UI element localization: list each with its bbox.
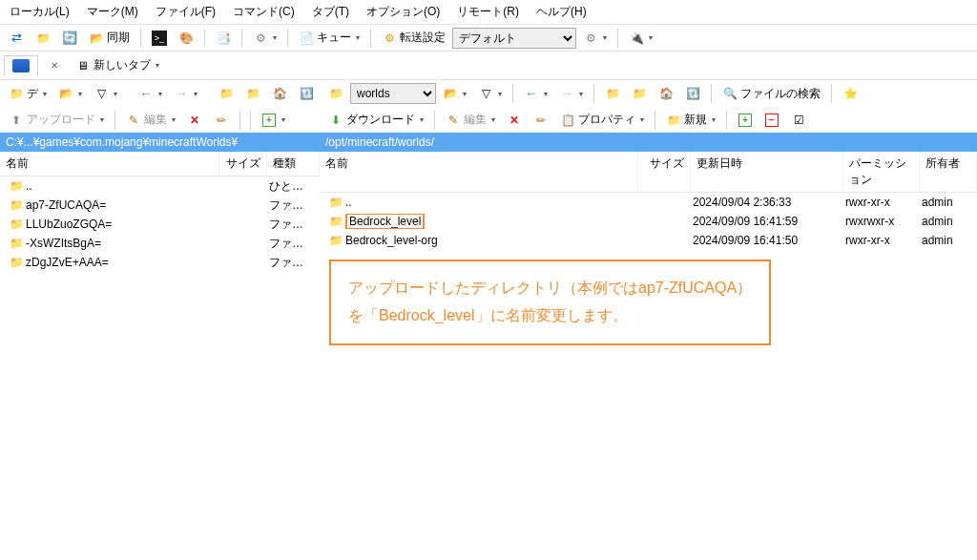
left-up[interactable]: [214, 83, 239, 104]
list-item[interactable]: LLUbZuoZGQA=ファイル: [0, 215, 320, 234]
session-tab-active[interactable]: [4, 55, 38, 76]
left-filter[interactable]: ▽: [89, 83, 122, 104]
left-plus-button[interactable]: [257, 110, 290, 131]
right-folder-btn[interactable]: [323, 83, 348, 104]
edit-icon: [126, 113, 141, 128]
right-filter[interactable]: ▽: [473, 83, 507, 104]
upload-button[interactable]: アップロード: [4, 109, 109, 131]
col-date[interactable]: 更新日時: [691, 152, 843, 192]
left-home[interactable]: [267, 83, 292, 104]
right-up[interactable]: [600, 83, 625, 104]
menu-options[interactable]: オプション(O): [361, 2, 446, 22]
home-icon: [658, 86, 674, 101]
right-bookmark[interactable]: ⭐: [838, 83, 863, 104]
right-open-folder[interactable]: [438, 83, 471, 104]
sync-browse-button[interactable]: [57, 28, 82, 49]
palette-button[interactable]: 🎨: [174, 28, 198, 49]
left-rename-button[interactable]: [209, 110, 234, 131]
menu-local[interactable]: ローカル(L): [4, 2, 75, 22]
list-item[interactable]: ..ひとつ上: [0, 176, 320, 196]
rename-input[interactable]: Bedrock_level: [345, 214, 425, 229]
sync-button[interactable]: 同期: [84, 27, 135, 49]
col-size[interactable]: サイズ: [638, 152, 691, 192]
transfer-preset-select[interactable]: デフォルト: [452, 28, 576, 49]
menu-help[interactable]: ヘルプ(H): [530, 2, 592, 22]
transfer-settings-label: 転送設定: [377, 27, 450, 49]
rename-icon: [214, 113, 229, 128]
col-perm[interactable]: パーミッション: [843, 152, 920, 192]
right-check-button[interactable]: [786, 110, 811, 131]
right-delete-button[interactable]: [502, 110, 527, 131]
right-find[interactable]: ファイルの検索: [717, 83, 825, 105]
console-button[interactable]: [147, 28, 172, 49]
left-delete-button[interactable]: [182, 110, 207, 131]
col-type[interactable]: 種類: [267, 152, 320, 176]
right-rename-button[interactable]: [529, 110, 553, 131]
right-filelist[interactable]: ..2024/09/04 2:36:33rwxr-xr-xadminBedroc…: [320, 193, 977, 560]
compare-button[interactable]: [4, 28, 29, 49]
settings-button[interactable]: [248, 28, 281, 49]
item-perm: rwxr-xr-x: [840, 234, 916, 247]
right-back[interactable]: [519, 83, 552, 104]
reconnect-button[interactable]: 🔌: [624, 28, 657, 49]
forward-icon: [559, 86, 574, 101]
queue-button[interactable]: キュー: [294, 27, 364, 49]
new-tab-button[interactable]: 🖥 新しいタブ: [71, 54, 164, 76]
openfolder-icon: [443, 86, 458, 101]
item-perm: rwxr-xr-x: [840, 196, 916, 209]
left-back[interactable]: [134, 83, 167, 104]
transfer-settings-button[interactable]: [578, 28, 612, 49]
menu-tab[interactable]: タブ(T): [306, 2, 355, 22]
delete-icon: [187, 113, 202, 128]
sessions-button[interactable]: 📑: [211, 28, 236, 49]
plus-icon: [261, 113, 277, 128]
left-refresh[interactable]: [294, 83, 319, 104]
right-root[interactable]: [627, 83, 652, 104]
menu-command[interactable]: コマンド(C): [227, 2, 301, 22]
item-type: ファイル: [263, 236, 316, 252]
right-path[interactable]: /opt/minecraft/worlds/: [320, 133, 977, 152]
download-button[interactable]: ダウンロード: [323, 109, 428, 131]
right-folder-select[interactable]: worlds: [350, 83, 436, 104]
left-fwd[interactable]: [169, 83, 202, 104]
explorer-button[interactable]: [31, 28, 55, 49]
callout-line1: アップロードしたディレクトリ（本例ではap7-ZfUCAQA）: [348, 275, 752, 302]
left-folder-dd[interactable]: デ: [4, 83, 52, 105]
left-path[interactable]: C:¥...¥games¥com.mojang¥minecraftWorlds¥: [0, 133, 320, 152]
list-item[interactable]: Bedrock_level-org2024/09/09 16:41:50rwxr…: [320, 231, 977, 250]
right-refresh[interactable]: [680, 83, 705, 104]
left-open-folder[interactable]: [53, 83, 87, 104]
left-edit-button[interactable]: 編集: [121, 109, 180, 131]
left-filelist[interactable]: ..ひとつ上ap7-ZfUCAQA=ファイルLLUbZuoZGQA=ファイル-X…: [0, 176, 320, 560]
right-header: 名前 サイズ 更新日時 パーミッション 所有者: [320, 152, 977, 193]
list-item[interactable]: -XsWZItsBgA=ファイル: [0, 234, 320, 253]
col-size[interactable]: サイズ: [219, 152, 267, 176]
transfer-text: 転送設定: [400, 30, 446, 46]
explorer-icon: [35, 31, 51, 46]
right-home[interactable]: [654, 83, 678, 104]
rename-icon: [533, 113, 549, 128]
close-icon: [47, 58, 62, 73]
menu-remote[interactable]: リモート(R): [451, 2, 525, 22]
new-button[interactable]: 新規: [661, 109, 720, 131]
list-item[interactable]: ap7-ZfUCAQA=ファイル: [0, 196, 320, 215]
properties-button[interactable]: プロパティ: [555, 109, 649, 131]
col-name[interactable]: 名前: [0, 152, 219, 176]
left-root[interactable]: [240, 83, 265, 104]
right-edit-button[interactable]: 編集: [441, 109, 500, 131]
list-item[interactable]: Bedrock_level2024/09/09 16:41:59rwxrwxr-…: [320, 212, 977, 231]
right-minus-button[interactable]: [759, 110, 784, 131]
right-plus-button[interactable]: [733, 110, 758, 131]
list-item[interactable]: ..2024/09/04 2:36:33rwxr-xr-xadmin: [320, 193, 977, 212]
menu-mark[interactable]: マーク(M): [81, 2, 144, 22]
gear2-icon: [583, 31, 598, 46]
right-nav-toolbar: worlds ▽ ファイルの検索 ⭐: [320, 80, 977, 107]
col-name[interactable]: 名前: [320, 152, 638, 192]
list-item[interactable]: zDgJZvE+AAA=ファイル: [0, 253, 320, 272]
item-name: ap7-ZfUCAQA=: [26, 198, 106, 212]
close-tab-button[interactable]: [42, 55, 67, 76]
col-owner[interactable]: 所有者: [920, 152, 977, 192]
right-fwd[interactable]: [554, 83, 588, 104]
menu-file[interactable]: ファイル(F): [150, 2, 221, 22]
new-tab-label: 新しいタブ: [94, 57, 151, 73]
